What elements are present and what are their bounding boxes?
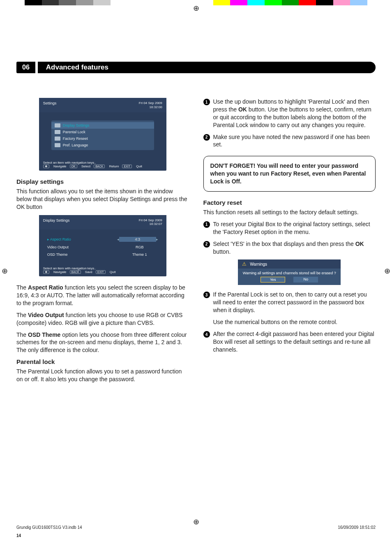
tv-menu-item: Pref. Language	[51, 142, 154, 148]
callout-box: DON'T FORGET! You will need to enter you…	[203, 156, 376, 192]
paragraph: The Aspect Ratio function lets you selec…	[16, 284, 189, 307]
tv-title: Display Settings	[43, 218, 70, 226]
registration-mark-icon: ⊕	[193, 4, 199, 13]
paragraph: The OSD Theme option lets you choose fro…	[16, 331, 189, 354]
tv-time: 16:32:00	[139, 105, 162, 109]
tv-date: Fri 04 Sep 2009	[139, 101, 162, 105]
tv-footer-hint: Select an item with navigation keys..	[43, 161, 162, 164]
numbered-step: 2Make sure you have noted the new passwo…	[203, 133, 376, 149]
print-timestamp: 16/09/2009 18:51:02	[338, 525, 376, 530]
tv-footer-buttons: ⯌ NavigateOK SelectBACK ReturnEXIT Quit	[43, 164, 162, 168]
numbered-step: 2Select 'YES' in the box that displays a…	[203, 240, 376, 256]
print-footer: Grundig GUD1600TS1G V3.indb 14 16/09/200…	[16, 525, 376, 530]
tv-time: 16:32:07	[139, 222, 162, 226]
tv-setting-row: OSD ThemeTheme 1	[43, 251, 162, 258]
tv-date: Fri 04 Sep 2009	[139, 218, 162, 222]
display-settings-screenshot: Display Settings Fri 04 Sep 2009 16:32:0…	[39, 215, 166, 276]
numbered-step: 3If the Parental Lock is set to on, then…	[203, 291, 376, 314]
tv-title: Settings	[43, 101, 57, 109]
paragraph: The Parental Lock function allows you to…	[16, 368, 189, 383]
heading-display-settings: Display settings	[16, 178, 189, 185]
warning-body-text: Warning all settings and channels stored…	[242, 271, 337, 275]
tv-menu-item: Factory Reseet	[51, 135, 154, 142]
warning-title: Warnings	[250, 262, 267, 266]
chapter-number: 06	[16, 62, 35, 73]
registration-mark-icon: ⊕	[384, 266, 390, 276]
heading-factory-reset: Factory reset	[203, 199, 376, 206]
tv-setting-row: ▸ Aspect Ratio◂4:3▸	[43, 235, 162, 243]
heading-parental-lock: Parental lock	[16, 358, 189, 365]
paragraph: This function allows you to set the item…	[16, 188, 189, 211]
tv-setting-row: Video OutputRGB	[43, 243, 162, 251]
no-button: No	[293, 277, 318, 283]
yes-button: Yes	[261, 277, 285, 283]
numbered-step: 1Use the up down buttons to highlight 'P…	[203, 98, 376, 129]
left-column: Settings Fri 04 Sep 2009 16:32:00 Displa…	[16, 98, 189, 387]
tv-footer-hint: Select an item with navigation keys..	[43, 266, 162, 270]
numbered-step: 1To reset your Digital Box to the origin…	[203, 220, 376, 236]
tv-menu-list: Display SettingsParental LockFactory Res…	[51, 120, 154, 150]
numbered-step: Use the numerical buttons on the remote …	[203, 318, 376, 326]
chapter-header: 06 Advanced features	[16, 62, 376, 73]
settings-screenshot: Settings Fri 04 Sep 2009 16:32:00 Displa…	[39, 98, 166, 171]
numbered-step: 4After the correct 4-digit password has …	[203, 330, 376, 354]
warning-dialog-screenshot: ⚠ Warnings Warning all settings and chan…	[238, 259, 341, 285]
tv-footer-buttons: ⯌ NavigateBACK SaveEXIT Quit	[43, 270, 162, 274]
warning-icon: ⚠	[242, 261, 247, 267]
right-column: 1Use the up down buttons to highlight 'P…	[203, 98, 376, 387]
chapter-title: Advanced features	[38, 62, 376, 73]
paragraph: This function resets all settings to the…	[203, 208, 376, 216]
paragraph: The Video Output function lets you choos…	[16, 311, 189, 327]
file-name: Grundig GUD1600TS1G V3.indb 14	[16, 525, 82, 530]
tv-menu-item: Parental Lock	[51, 129, 154, 135]
registration-mark-icon: ⊕	[2, 266, 8, 276]
page-number: 14	[16, 533, 21, 538]
tv-menu-item: Display Settings	[51, 122, 154, 129]
